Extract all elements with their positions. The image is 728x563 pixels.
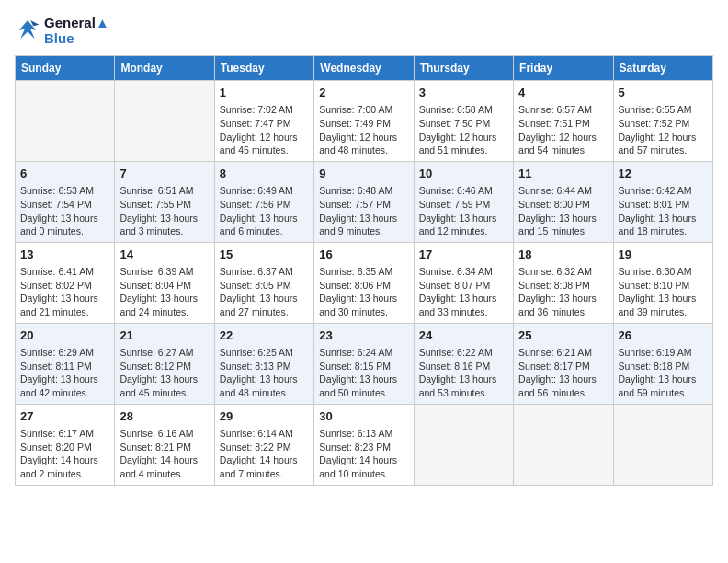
col-saturday: Saturday: [613, 56, 712, 81]
col-monday: Monday: [115, 56, 214, 81]
calendar-cell: 17Sunrise: 6:34 AM Sunset: 8:07 PM Dayli…: [414, 242, 513, 323]
day-info: Sunrise: 6:25 AM Sunset: 8:13 PM Dayligh…: [220, 346, 309, 400]
calendar-week-row: 27Sunrise: 6:17 AM Sunset: 8:20 PM Dayli…: [16, 404, 713, 485]
day-info: Sunrise: 7:02 AM Sunset: 7:47 PM Dayligh…: [220, 103, 309, 157]
day-number: 3: [419, 85, 508, 101]
calendar-week-row: 1Sunrise: 7:02 AM Sunset: 7:47 PM Daylig…: [16, 81, 713, 162]
calendar-week-row: 13Sunrise: 6:41 AM Sunset: 8:02 PM Dayli…: [16, 242, 713, 323]
day-number: 21: [119, 327, 209, 344]
day-number: 15: [220, 247, 309, 263]
calendar-cell: 21Sunrise: 6:27 AM Sunset: 8:12 PM Dayli…: [115, 323, 214, 404]
day-info: Sunrise: 6:41 AM Sunset: 8:02 PM Dayligh…: [20, 265, 109, 319]
day-number: 30: [319, 408, 408, 425]
day-info: Sunrise: 6:48 AM Sunset: 7:57 PM Dayligh…: [319, 184, 408, 238]
day-number: 27: [20, 408, 109, 425]
day-info: Sunrise: 6:58 AM Sunset: 7:50 PM Dayligh…: [419, 103, 508, 157]
day-info: Sunrise: 6:32 AM Sunset: 8:08 PM Dayligh…: [518, 265, 608, 319]
col-wednesday: Wednesday: [314, 56, 414, 81]
calendar-cell: 25Sunrise: 6:21 AM Sunset: 8:17 PM Dayli…: [514, 323, 613, 404]
day-info: Sunrise: 6:53 AM Sunset: 7:54 PM Dayligh…: [20, 184, 109, 238]
day-number: 14: [119, 247, 209, 263]
calendar-cell: 14Sunrise: 6:39 AM Sunset: 8:04 PM Dayli…: [115, 242, 214, 323]
calendar-body: 1Sunrise: 7:02 AM Sunset: 7:47 PM Daylig…: [16, 81, 713, 486]
day-number: 20: [20, 327, 109, 344]
calendar-cell: 5Sunrise: 6:55 AM Sunset: 7:52 PM Daylig…: [613, 81, 712, 162]
calendar-cell: 4Sunrise: 6:57 AM Sunset: 7:51 PM Daylig…: [514, 81, 613, 162]
logo-text: General▲ Blue: [44, 15, 109, 46]
day-info: Sunrise: 6:21 AM Sunset: 8:17 PM Dayligh…: [518, 346, 608, 400]
day-info: Sunrise: 6:49 AM Sunset: 7:56 PM Dayligh…: [220, 184, 309, 238]
day-number: 24: [419, 327, 508, 344]
calendar-cell: 26Sunrise: 6:19 AM Sunset: 8:18 PM Dayli…: [613, 323, 712, 404]
day-info: Sunrise: 7:00 AM Sunset: 7:49 PM Dayligh…: [319, 103, 408, 157]
day-info: Sunrise: 6:22 AM Sunset: 8:16 PM Dayligh…: [419, 346, 508, 400]
day-number: 22: [220, 327, 309, 344]
day-info: Sunrise: 6:19 AM Sunset: 8:18 PM Dayligh…: [619, 346, 708, 400]
day-info: Sunrise: 6:34 AM Sunset: 8:07 PM Dayligh…: [419, 265, 508, 319]
day-number: 6: [20, 166, 109, 182]
day-info: Sunrise: 6:30 AM Sunset: 8:10 PM Dayligh…: [619, 265, 708, 319]
page-header: General▲ Blue: [15, 15, 713, 46]
calendar-cell: [414, 404, 513, 485]
day-number: 12: [619, 166, 708, 182]
calendar-cell: 9Sunrise: 6:48 AM Sunset: 7:57 PM Daylig…: [314, 161, 414, 242]
day-number: 8: [220, 166, 309, 182]
calendar-cell: 23Sunrise: 6:24 AM Sunset: 8:15 PM Dayli…: [314, 323, 414, 404]
day-info: Sunrise: 6:35 AM Sunset: 8:06 PM Dayligh…: [319, 265, 408, 319]
calendar-cell: 10Sunrise: 6:46 AM Sunset: 7:59 PM Dayli…: [414, 161, 513, 242]
calendar-cell: 27Sunrise: 6:17 AM Sunset: 8:20 PM Dayli…: [16, 404, 115, 485]
calendar-cell: 6Sunrise: 6:53 AM Sunset: 7:54 PM Daylig…: [16, 161, 115, 242]
calendar-cell: 1Sunrise: 7:02 AM Sunset: 7:47 PM Daylig…: [214, 81, 313, 162]
calendar-cell: 13Sunrise: 6:41 AM Sunset: 8:02 PM Dayli…: [16, 242, 115, 323]
calendar-cell: [16, 81, 115, 162]
col-tuesday: Tuesday: [214, 56, 313, 81]
calendar-cell: 24Sunrise: 6:22 AM Sunset: 8:16 PM Dayli…: [414, 323, 513, 404]
day-number: 11: [518, 166, 608, 182]
calendar-cell: 30Sunrise: 6:13 AM Sunset: 8:23 PM Dayli…: [314, 404, 414, 485]
day-info: Sunrise: 6:24 AM Sunset: 8:15 PM Dayligh…: [319, 346, 408, 400]
calendar-cell: 20Sunrise: 6:29 AM Sunset: 8:11 PM Dayli…: [16, 323, 115, 404]
day-number: 1: [220, 85, 309, 101]
day-info: Sunrise: 6:51 AM Sunset: 7:55 PM Dayligh…: [119, 184, 209, 238]
day-number: 26: [619, 327, 708, 344]
day-number: 19: [619, 247, 708, 263]
day-info: Sunrise: 6:44 AM Sunset: 8:00 PM Dayligh…: [518, 184, 608, 238]
calendar-cell: 15Sunrise: 6:37 AM Sunset: 8:05 PM Dayli…: [214, 242, 313, 323]
day-number: 7: [119, 166, 209, 182]
day-info: Sunrise: 6:13 AM Sunset: 8:23 PM Dayligh…: [319, 427, 408, 481]
day-info: Sunrise: 6:37 AM Sunset: 8:05 PM Dayligh…: [220, 265, 309, 319]
day-number: 13: [20, 247, 109, 263]
day-number: 29: [220, 408, 309, 425]
day-number: 9: [319, 166, 408, 182]
calendar-header-row: Sunday Monday Tuesday Wednesday Thursday…: [16, 56, 713, 81]
day-number: 2: [319, 85, 408, 101]
calendar-cell: 29Sunrise: 6:14 AM Sunset: 8:22 PM Dayli…: [214, 404, 313, 485]
calendar-week-row: 20Sunrise: 6:29 AM Sunset: 8:11 PM Dayli…: [16, 323, 713, 404]
day-number: 23: [319, 327, 408, 344]
calendar-cell: 22Sunrise: 6:25 AM Sunset: 8:13 PM Dayli…: [214, 323, 313, 404]
day-number: 17: [419, 247, 508, 263]
day-number: 4: [518, 85, 608, 101]
calendar-cell: 28Sunrise: 6:16 AM Sunset: 8:21 PM Dayli…: [115, 404, 214, 485]
day-info: Sunrise: 6:39 AM Sunset: 8:04 PM Dayligh…: [119, 265, 209, 319]
col-friday: Friday: [514, 56, 613, 81]
col-thursday: Thursday: [414, 56, 513, 81]
col-sunday: Sunday: [16, 56, 115, 81]
calendar-cell: [613, 404, 712, 485]
day-number: 18: [518, 247, 608, 263]
day-info: Sunrise: 6:55 AM Sunset: 7:52 PM Dayligh…: [619, 103, 708, 157]
calendar-cell: 18Sunrise: 6:32 AM Sunset: 8:08 PM Dayli…: [514, 242, 613, 323]
calendar-cell: 8Sunrise: 6:49 AM Sunset: 7:56 PM Daylig…: [214, 161, 313, 242]
day-number: 16: [319, 247, 408, 263]
calendar-week-row: 6Sunrise: 6:53 AM Sunset: 7:54 PM Daylig…: [16, 161, 713, 242]
day-info: Sunrise: 6:29 AM Sunset: 8:11 PM Dayligh…: [20, 346, 109, 400]
day-info: Sunrise: 6:27 AM Sunset: 8:12 PM Dayligh…: [119, 346, 209, 400]
calendar-cell: 16Sunrise: 6:35 AM Sunset: 8:06 PM Dayli…: [314, 242, 414, 323]
day-info: Sunrise: 6:46 AM Sunset: 7:59 PM Dayligh…: [419, 184, 508, 238]
day-info: Sunrise: 6:57 AM Sunset: 7:51 PM Dayligh…: [518, 103, 608, 157]
calendar-cell: 12Sunrise: 6:42 AM Sunset: 8:01 PM Dayli…: [613, 161, 712, 242]
day-info: Sunrise: 6:14 AM Sunset: 8:22 PM Dayligh…: [220, 427, 309, 481]
day-number: 28: [119, 408, 209, 425]
calendar-cell: 3Sunrise: 6:58 AM Sunset: 7:50 PM Daylig…: [414, 81, 513, 162]
day-info: Sunrise: 6:16 AM Sunset: 8:21 PM Dayligh…: [119, 427, 209, 481]
